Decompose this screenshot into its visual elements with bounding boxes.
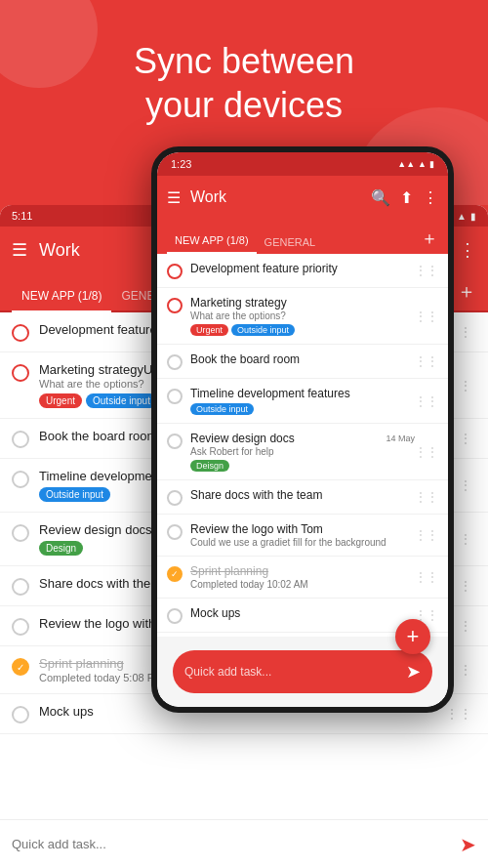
- tag-urgent: Urgent: [39, 393, 82, 408]
- phone-drag-8[interactable]: ⋮⋮: [415, 570, 438, 584]
- phone-tag-design: Deisgn: [190, 460, 229, 472]
- battery-icon: ▮: [470, 211, 476, 222]
- phone-circle-9[interactable]: [167, 608, 183, 624]
- list-item: Review design docs Ask Robert for help D…: [157, 424, 448, 480]
- phone-task-content-1: Development feature priority: [190, 262, 415, 275]
- phone-app-bar: ☰ Work 🔍 ⬆ ⋮: [157, 176, 448, 219]
- phone-tab-new-app[interactable]: NEW APP (1/8): [167, 228, 257, 254]
- phone-circle-5[interactable]: [167, 434, 183, 449]
- phone-circle-8[interactable]: ✓: [167, 566, 183, 582]
- task-circle-5[interactable]: [12, 524, 29, 542]
- wifi-icon: ▲: [457, 211, 467, 222]
- phone-task-title-5: Review design docs: [190, 432, 384, 445]
- task-circle-2[interactable]: [12, 364, 29, 382]
- phone-tags-5: Deisgn: [190, 460, 384, 472]
- phone-task-sub-2: What are the options?: [190, 310, 415, 321]
- tablet-send-button[interactable]: ➤: [460, 833, 476, 856]
- tag-outside-input: Outside input: [86, 393, 157, 408]
- task-circle-9[interactable]: [12, 706, 29, 723]
- phone-task-date-5: 14 May: [386, 434, 415, 443]
- phone-tag-outside-4: Outside input: [190, 403, 254, 415]
- phone-task-sub-7: Could we use a gradiet fill for the back…: [190, 537, 415, 548]
- phone-task-title-4: Timeline development features: [190, 387, 415, 400]
- phone-circle-6[interactable]: [167, 490, 183, 506]
- phone-circle-1[interactable]: [167, 264, 183, 279]
- phone-battery-icon: ▮: [429, 159, 434, 169]
- phone-circle-7[interactable]: [167, 524, 183, 540]
- phone-tags-2: Urgent Outside input: [190, 324, 415, 336]
- task-circle-8[interactable]: ✓: [12, 658, 29, 676]
- phone-circle-4[interactable]: [167, 389, 183, 404]
- phone-signal-icon: ▲▲: [397, 159, 415, 169]
- phone-task-title-6: Share docs with the team: [190, 488, 415, 502]
- list-item: Share docs with the team ⋮⋮: [157, 480, 448, 515]
- task-circle-1[interactable]: [12, 324, 29, 342]
- phone-app-title: Work: [190, 188, 361, 206]
- phone-send-button[interactable]: ➤: [406, 661, 421, 682]
- tablet-quick-add-bar: ➤: [0, 819, 488, 868]
- phone-drag-4[interactable]: ⋮⋮: [415, 394, 438, 408]
- phone-drag-1[interactable]: ⋮⋮: [415, 264, 438, 277]
- tag-design: Design: [39, 541, 83, 556]
- phone-fab-button[interactable]: +: [395, 619, 430, 654]
- task-circle-3[interactable]: [12, 431, 29, 448]
- list-item: Marketing strategy What are the options?…: [157, 288, 448, 345]
- phone-quick-add-bar: Quick add task... ➤: [173, 650, 432, 693]
- phone-circle-2[interactable]: [167, 298, 183, 313]
- phone-drag-5[interactable]: ⋮⋮: [415, 445, 438, 459]
- phone-tab-general[interactable]: GENERAL: [257, 230, 324, 254]
- phone-task-title-9: Mock ups: [190, 606, 415, 620]
- phone-task-list: Development feature priority ⋮⋮ Marketin…: [157, 254, 448, 637]
- phone-task-title-7: Review the logo with Tom: [190, 522, 415, 536]
- phone-task-content-4: Timeline development features Outside in…: [190, 387, 415, 415]
- phone-task-title-2: Marketing strategy: [190, 296, 415, 310]
- phone-status-bar: 1:23 ▲▲ ▲ ▮: [157, 152, 448, 176]
- tablet-quick-add-input[interactable]: [12, 837, 452, 851]
- list-item: Book the board room ⋮⋮: [157, 345, 448, 379]
- tablet-time: 5:11: [12, 210, 32, 222]
- menu-icon[interactable]: ☰: [12, 239, 27, 261]
- phone-task-title-1: Development feature priority: [190, 262, 415, 275]
- phone-inner: 1:23 ▲▲ ▲ ▮ ☰ Work 🔍 ⬆ ⋮ NEW APP (1/8) G…: [157, 152, 448, 707]
- phone-wifi-icon: ▲: [418, 159, 427, 169]
- phone-add-tab-button[interactable]: ＋: [421, 227, 438, 254]
- phone-status-icons: ▲▲ ▲ ▮: [397, 159, 434, 169]
- phone-task-content-3: Book the board room: [190, 352, 415, 366]
- task-circle-4[interactable]: [12, 471, 29, 488]
- phone-share-icon[interactable]: ⬆: [400, 188, 413, 207]
- phone-task-sub-5: Ask Robert for help: [190, 446, 384, 457]
- tab-new-app[interactable]: NEW APP (1/8): [12, 281, 111, 312]
- phone-drag-7[interactable]: ⋮⋮: [415, 528, 438, 542]
- tag-outside-input-4: Outside input: [39, 487, 110, 502]
- phone-frame: 1:23 ▲▲ ▲ ▮ ☰ Work 🔍 ⬆ ⋮ NEW APP (1/8) G…: [151, 146, 454, 713]
- add-tab-button[interactable]: ＋: [457, 278, 476, 310]
- phone-task-content-9: Mock ups: [190, 606, 415, 620]
- phone-drag-3[interactable]: ⋮⋮: [415, 354, 438, 368]
- phone-task-content-5: Review design docs Ask Robert for help D…: [190, 432, 384, 472]
- task-circle-6[interactable]: [12, 578, 29, 596]
- phone-time: 1:23: [171, 158, 191, 170]
- phone-search-icon[interactable]: 🔍: [371, 188, 390, 207]
- list-item: Review the logo with Tom Could we use a …: [157, 515, 448, 557]
- list-item: ✓ Sprint planning Completed today 10:02 …: [157, 557, 448, 599]
- phone-menu-icon[interactable]: ☰: [167, 188, 181, 207]
- phone-task-content-8: Sprint planning Completed today 10:02 AM: [190, 564, 415, 590]
- phone-quick-add-placeholder: Quick add task...: [184, 665, 398, 679]
- phone-task-title-3: Book the board room: [190, 352, 415, 366]
- phone-task-content-6: Share docs with the team: [190, 488, 415, 502]
- list-item: Timeline development features Outside in…: [157, 379, 448, 424]
- drag-handle-9[interactable]: ⋮⋮: [441, 704, 476, 723]
- phone-more-icon[interactable]: ⋮: [423, 188, 438, 207]
- task-circle-7[interactable]: [12, 618, 29, 636]
- phone-task-content-7: Review the logo with Tom Could we use a …: [190, 522, 415, 548]
- phone-circle-3[interactable]: [167, 354, 183, 370]
- phone-task-title-8: Sprint planning: [190, 564, 415, 578]
- phone-task-sub-8: Completed today 10:02 AM: [190, 579, 415, 590]
- list-item: Development feature priority ⋮⋮: [157, 254, 448, 288]
- phone-drag-2[interactable]: ⋮⋮: [415, 310, 438, 323]
- phone-task-content-2: Marketing strategy What are the options?…: [190, 296, 415, 336]
- more-icon[interactable]: ⋮: [459, 239, 476, 261]
- phone-tag-outside: Outside input: [231, 324, 295, 336]
- phone-tabs: NEW APP (1/8) GENERAL ＋: [157, 219, 448, 254]
- phone-drag-6[interactable]: ⋮⋮: [415, 490, 438, 504]
